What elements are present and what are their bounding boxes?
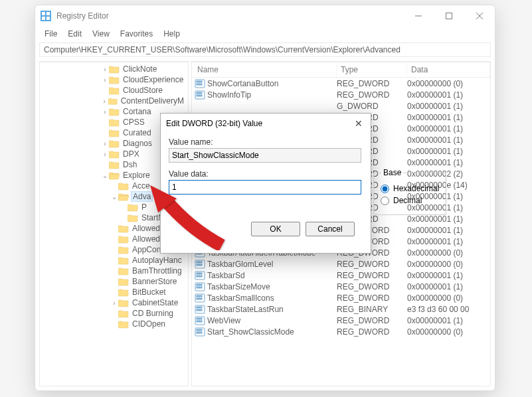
tree-item-label: DPX <box>122 149 141 159</box>
base-label: Base <box>381 168 404 177</box>
svg-rect-2 <box>46 12 50 15</box>
tree-item-label: BamThrottling <box>131 266 183 276</box>
expand-icon[interactable]: › <box>110 299 118 307</box>
menu-help[interactable]: Help <box>158 28 185 40</box>
list-row[interactable]: TaskbarSdREG_DWORD0x00000001 (1) <box>192 270 490 281</box>
value-data-field[interactable] <box>169 180 361 195</box>
svg-rect-10 <box>197 84 198 85</box>
svg-rect-56 <box>197 284 198 285</box>
list-row[interactable]: ShowInfoTipREG_DWORD0x00000001 (1) <box>192 89 490 100</box>
cell-data: 0x00000000 (0) <box>407 79 490 88</box>
list-row[interactable]: TaskbarGlomLevelREG_DWORD0x00000000 (0) <box>192 258 490 270</box>
svg-rect-53 <box>199 276 200 277</box>
tree-item-label: Diagnos <box>122 139 153 148</box>
cell-type: REG_DWORD <box>337 327 407 337</box>
close-button[interactable] <box>464 5 495 27</box>
tree-item[interactable]: ›ClickNote <box>40 64 188 74</box>
minimize-button[interactable] <box>403 5 434 27</box>
dialog-title: Edit DWORD (32-bit) Value <box>166 119 352 128</box>
tree-item-label: P <box>140 202 148 212</box>
tree-item[interactable]: CIDOpen <box>40 319 188 329</box>
svg-rect-72 <box>201 307 202 308</box>
tree-item[interactable]: BamThrottling <box>40 266 188 276</box>
ok-button[interactable]: OK <box>251 222 300 236</box>
cell-data: 0x00000001 (1) <box>407 124 490 133</box>
svg-rect-11 <box>199 84 200 85</box>
svg-rect-42 <box>197 262 198 263</box>
list-header: Name Type Data <box>192 62 490 78</box>
expand-icon[interactable]: › <box>101 151 109 158</box>
cell-name: TaskbarSmallIcons <box>207 293 274 303</box>
tree-item[interactable]: BannerStore <box>40 276 188 287</box>
tree-item-label: CPSS <box>122 118 146 127</box>
list-row[interactable]: TaskbarSmallIconsREG_DWORD0x00000000 (0) <box>192 292 490 303</box>
col-data[interactable]: Data <box>407 62 490 77</box>
menu-favorites[interactable]: Favorites <box>115 28 158 40</box>
col-type[interactable]: Type <box>337 62 407 77</box>
tree-item[interactable]: ›CabinetState <box>40 297 188 308</box>
svg-rect-52 <box>197 276 198 277</box>
menubar: File Edit View Favorites Help <box>35 27 495 41</box>
tree-item-label: BannerStore <box>131 277 178 286</box>
svg-rect-47 <box>201 264 202 266</box>
tree-item-label: CIDOpen <box>131 319 167 329</box>
svg-rect-82 <box>201 321 202 322</box>
maximize-button[interactable] <box>434 5 464 27</box>
tree-item[interactable]: BitBucket <box>40 287 188 297</box>
tree-item[interactable]: CD Burning <box>40 308 188 319</box>
radio-decimal[interactable]: Decimal <box>381 196 439 205</box>
address-bar[interactable]: Computer\HKEY_CURRENT_USER\Software\Micr… <box>39 42 491 57</box>
cell-name: TaskbarSizeMove <box>207 282 270 291</box>
list-row[interactable]: TaskbarStateLastRunREG_BINARYe3 f3 d3 60… <box>192 303 490 315</box>
svg-rect-73 <box>197 309 198 311</box>
expand-icon[interactable]: ⌄ <box>110 193 118 200</box>
list-row[interactable]: G_DWORD0x00000001 (1) <box>192 100 490 112</box>
cell-name: WebView <box>207 316 240 325</box>
svg-rect-68 <box>201 298 202 299</box>
tree-item[interactable]: ›CloudExperience <box>40 74 188 85</box>
cell-type: REG_DWORD <box>337 79 407 88</box>
expand-icon[interactable]: › <box>101 66 109 73</box>
tree-item[interactable]: CloudStore <box>40 85 188 96</box>
cell-data: 0x00000001 (1) <box>407 316 490 325</box>
expand-icon[interactable]: › <box>101 98 108 105</box>
svg-rect-4 <box>46 17 50 20</box>
cell-data: 0x00000000 (0) <box>407 248 490 258</box>
menu-file[interactable]: File <box>39 28 62 40</box>
svg-rect-67 <box>199 298 200 299</box>
tree-item[interactable]: AutoplayHanc <box>40 255 188 266</box>
list-row[interactable]: ShowCortanaButtonREG_DWORD0x00000000 (0) <box>192 78 490 89</box>
menu-edit[interactable]: Edit <box>62 28 87 40</box>
cell-name: TaskbarSd <box>207 271 245 280</box>
radio-hex[interactable]: Hexadecimal <box>381 184 439 193</box>
tree-item-label: CD Burning <box>131 309 175 318</box>
svg-rect-70 <box>197 307 198 308</box>
tree-item-label: AutoplayHanc <box>131 256 183 265</box>
menu-view[interactable]: View <box>87 28 115 40</box>
svg-rect-50 <box>199 273 200 274</box>
list-row[interactable]: WebViewREG_DWORD0x00000001 (1) <box>192 315 490 326</box>
expand-icon[interactable]: ⌄ <box>101 172 109 179</box>
cell-data: 0x00000000 (0) <box>407 293 490 303</box>
svg-rect-45 <box>197 264 198 266</box>
list-row[interactable]: Start_ShowClassicModeREG_DWORD0x00000000… <box>192 326 490 337</box>
dialog-close-icon[interactable]: ✕ <box>352 118 365 129</box>
cancel-button[interactable]: Cancel <box>306 222 355 236</box>
cell-name: TaskbarStateLastRun <box>207 305 284 314</box>
tree-item-label: Explore <box>122 171 151 180</box>
svg-rect-46 <box>199 264 200 266</box>
svg-rect-59 <box>197 287 198 288</box>
expand-icon[interactable]: › <box>101 108 109 116</box>
tree-item-label: Acce <box>131 181 151 191</box>
list-row[interactable]: TaskbarSizeMoveREG_DWORD0x00000001 (1) <box>192 281 490 292</box>
expand-icon[interactable]: › <box>101 76 109 84</box>
expand-icon[interactable]: › <box>101 140 109 147</box>
cell-name: Start_ShowClassicMode <box>207 327 294 337</box>
svg-rect-58 <box>201 284 202 285</box>
cell-data: 0x00000001 (1) <box>407 147 490 156</box>
col-name[interactable]: Name <box>192 62 337 77</box>
svg-rect-89 <box>201 332 202 333</box>
cell-type: REG_DWORD <box>337 90 407 100</box>
svg-rect-71 <box>199 307 200 308</box>
tree-item[interactable]: ›ContentDeliveryM <box>40 96 188 106</box>
